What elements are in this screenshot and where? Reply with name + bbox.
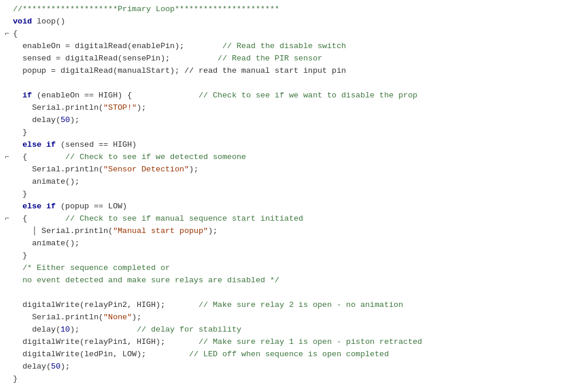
code-line: Serial.println("None"); (0, 312, 588, 324)
line-content: } (12, 250, 586, 262)
code-token: { (13, 214, 27, 223)
code-token: ); (208, 227, 217, 235)
code-token (13, 264, 22, 272)
code-token: // LED off when sequence is open complet… (146, 350, 389, 359)
code-token: ); (132, 313, 142, 322)
code-line: /* Either sequence completed or (0, 262, 588, 275)
code-line: ⌐ { // Check to see if we detected someo… (0, 151, 588, 164)
line-content: digitalWrite(ledPin, LOW); // LED off wh… (12, 349, 586, 361)
line-content: else if (sensed == HIGH) (12, 139, 586, 151)
code-token: Serial.println( (13, 165, 103, 174)
code-line: popup = digitalRead(manualStart); // rea… (0, 65, 588, 77)
code-line: else if (popup == LOW) (0, 201, 588, 213)
code-line: } (0, 127, 588, 139)
code-token: "None" (103, 313, 132, 322)
code-token: (enableOn == HIGH) { (32, 91, 132, 100)
line-content: no event detected and make sure relays a… (12, 275, 586, 287)
code-token: animate(); (13, 177, 79, 186)
code-token: // Make sure relay 1 is open - piston re… (165, 337, 422, 346)
code-token: // Make sure relay 2 is open - no animat… (165, 300, 403, 309)
code-token: (sensed == HIGH) (56, 140, 137, 149)
code-token: void (13, 17, 32, 26)
line-content: Serial.println("None"); (12, 312, 586, 324)
gutter-bracket: ⌐ (5, 28, 9, 40)
line-content: else if (popup == LOW) (12, 201, 586, 213)
code-token: // Check to see if we want to disable th… (132, 91, 418, 100)
code-token: { (13, 153, 27, 161)
code-token: delay( (13, 362, 51, 371)
line-content: Serial.println("Sensor Detection"); (12, 164, 586, 176)
code-token (13, 91, 22, 100)
code-token: if (22, 91, 32, 100)
code-token: // Read the PIR sensor (170, 54, 322, 63)
code-line: ⌐{ (0, 28, 588, 40)
line-content: void loop() (12, 16, 586, 28)
line-content: delay(50); (12, 361, 586, 373)
line-content: popup = digitalRead(manualStart); // rea… (12, 65, 586, 77)
code-line: enableOn = digitalRead(enablePin); // Re… (0, 40, 588, 53)
code-token: 10 (61, 325, 70, 334)
code-line: digitalWrite(ledPin, LOW); // LED off wh… (0, 349, 588, 361)
code-token: Serial.println( (13, 103, 103, 112)
code-token: } (13, 251, 27, 260)
line-content: digitalWrite(relayPin1, HIGH); // Make s… (12, 336, 586, 349)
code-token: digitalWrite(relayPin2, HIGH); (13, 300, 165, 309)
code-token: ); (70, 116, 79, 124)
code-token: ); (189, 165, 199, 174)
code-token (13, 202, 22, 211)
code-token: //********************Primary Loop******… (13, 5, 280, 13)
code-line: Serial.println("STOP!"); (0, 102, 588, 114)
code-line: Serial.println("Sensor Detection"); (0, 164, 588, 176)
line-content: │ Serial.println("Manual start popup"); (12, 225, 586, 238)
code-line (0, 77, 588, 90)
gutter-bracket: ⌐ (5, 151, 9, 163)
code-line: animate(); (0, 238, 588, 250)
line-content: //********************Primary Loop******… (12, 4, 586, 16)
code-token: "Manual start popup" (113, 227, 208, 235)
code-token: // Check to see if manual sequence start… (27, 214, 303, 223)
line-content: digitalWrite(relayPin2, HIGH); // Make s… (12, 299, 586, 312)
code-token: popup = digitalRead(manualStart); // rea… (13, 66, 346, 75)
code-line: } (0, 250, 588, 262)
code-line: void loop() (0, 16, 588, 28)
line-content: animate(); (12, 238, 586, 250)
code-editor: //********************Primary Loop******… (0, 0, 588, 385)
code-token: (popup == LOW) (56, 202, 127, 211)
code-line: digitalWrite(relayPin1, HIGH); // Make s… (0, 336, 588, 349)
code-line: delay(10); // delay for stability (0, 324, 588, 336)
code-token: enableOn = digitalRead(enablePin); (13, 42, 184, 50)
gutter-marker: ⌐ (2, 28, 12, 40)
code-token: delay( (13, 116, 61, 124)
code-token: no event detected and make sure relays a… (13, 276, 280, 285)
line-content: /* Either sequence completed or (12, 262, 586, 275)
code-line: } (0, 373, 588, 385)
code-token: /* Either sequence completed or (22, 264, 170, 272)
code-token: else if (22, 202, 56, 211)
code-token: │ Serial.println( (13, 227, 113, 235)
line-content: delay(50); (12, 114, 586, 127)
code-token: // delay for stability (79, 325, 241, 334)
code-token: ); (137, 103, 146, 112)
code-token: } (13, 128, 27, 137)
gutter-marker: ⌐ (2, 213, 12, 225)
code-token: // Read the disable switch (184, 42, 346, 50)
code-token: { (13, 29, 18, 38)
line-content: { // Check to see if we detected someone (12, 151, 586, 164)
code-token: digitalWrite(ledPin, LOW); (13, 350, 146, 359)
line-content: Serial.println("STOP!"); (12, 102, 586, 114)
code-line: delay(50); (0, 361, 588, 373)
line-content: sensed = digitalRead(sensePin); // Read … (12, 53, 586, 65)
line-content: delay(10); // delay for stability (12, 324, 586, 336)
code-token: } (13, 374, 18, 383)
line-content: if (enableOn == HIGH) { // Check to see … (12, 90, 586, 102)
code-token (13, 140, 22, 149)
gutter-bracket: ⌐ (5, 213, 9, 225)
code-token: "Sensor Detection" (103, 165, 189, 174)
line-content: animate(); (12, 176, 586, 188)
code-token: 50 (51, 362, 61, 371)
code-line: ⌐ { // Check to see if manual sequence s… (0, 213, 588, 225)
code-token: } (13, 190, 27, 198)
gutter-marker: ⌐ (2, 151, 12, 163)
code-token: ); (70, 325, 79, 334)
code-token: delay( (13, 325, 61, 334)
